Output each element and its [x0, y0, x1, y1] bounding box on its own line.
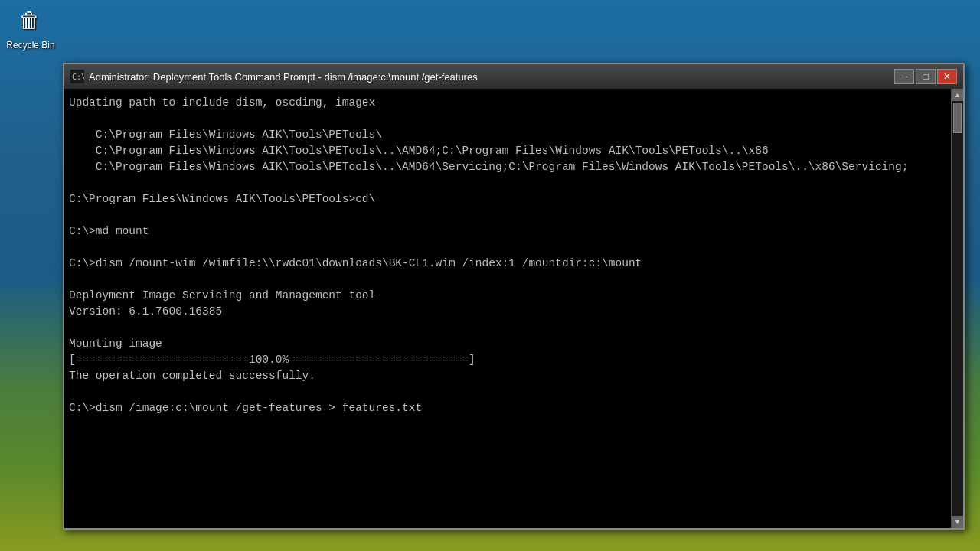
terminal-line — [69, 320, 946, 336]
titlebar: C:\ Administrator: Deployment Tools Comm… — [64, 64, 963, 89]
svg-text:C:\: C:\ — [72, 73, 84, 81]
terminal-body: Updating path to include dism, oscdimg, … — [64, 89, 963, 528]
minimize-button[interactable]: ─ — [894, 69, 914, 84]
scroll-up-button[interactable]: ▲ — [952, 89, 964, 101]
terminal-line: Updating path to include dism, oscdimg, … — [69, 95, 946, 111]
scrollbar[interactable]: ▲ ▼ — [951, 89, 963, 528]
terminal-line: Version: 6.1.7600.16385 — [69, 304, 946, 320]
terminal-line — [69, 175, 946, 191]
terminal-line — [69, 272, 946, 288]
terminal-line: [==========================100.0%=======… — [69, 352, 946, 368]
terminal-line: C:\>dism /image:c:\mount /get-features >… — [69, 400, 946, 416]
terminal-line: C:\>dism /mount-wim /wimfile:\\rwdc01\do… — [69, 256, 946, 272]
close-button[interactable]: ✕ — [937, 69, 957, 84]
window-controls: ─ □ ✕ — [894, 69, 957, 84]
cmd-window: C:\ Administrator: Deployment Tools Comm… — [63, 63, 965, 530]
cmd-icon: C:\ — [70, 70, 84, 83]
svg-text:🗑: 🗑 — [19, 8, 41, 32]
terminal-line: C:\Program Files\Windows AIK\Tools\PEToo… — [69, 127, 946, 143]
scroll-down-button[interactable]: ▼ — [952, 516, 964, 528]
terminal-line: Mounting image — [69, 336, 946, 352]
terminal-line: Deployment Image Servicing and Managemen… — [69, 288, 946, 304]
recycle-bin-icon-area[interactable]: 🗑 Recycle Bin — [0, 0, 61, 57]
terminal-line: The operation completed successfully. — [69, 368, 946, 384]
terminal-line: C:\>md mount — [69, 223, 946, 240]
recycle-bin-label: Recycle Bin — [6, 40, 54, 51]
terminal-line: C:\Program Files\Windows AIK\Tools\PEToo… — [69, 191, 946, 207]
maximize-button[interactable]: □ — [916, 69, 936, 84]
window-title: Administrator: Deployment Tools Command … — [89, 71, 890, 83]
terminal-line — [69, 111, 946, 127]
scrollbar-thumb[interactable] — [953, 103, 962, 133]
terminal-line — [69, 207, 946, 223]
terminal-content[interactable]: Updating path to include dism, oscdimg, … — [64, 89, 951, 528]
terminal-line: C:\Program Files\Windows AIK\Tools\PEToo… — [69, 159, 946, 175]
scrollbar-track — [952, 101, 963, 516]
recycle-bin-icon: 🗑 — [15, 6, 46, 37]
terminal-line: C:\Program Files\Windows AIK\Tools\PEToo… — [69, 143, 946, 159]
terminal-line — [69, 240, 946, 256]
terminal-line — [69, 384, 946, 400]
